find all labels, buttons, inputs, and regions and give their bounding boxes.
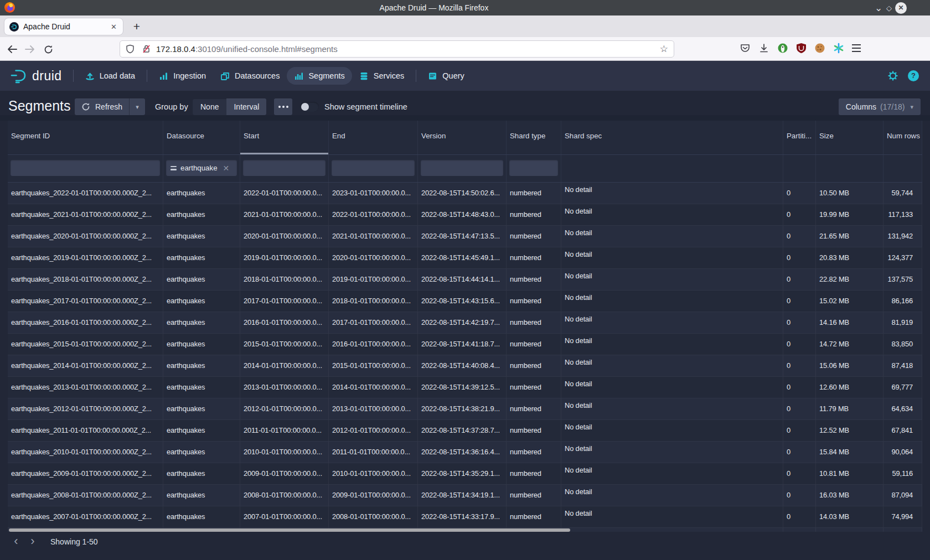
cell-shard_spec: No detail [561,528,783,532]
download-icon[interactable] [758,43,769,54]
new-tab-button[interactable]: + [129,19,144,34]
column-header-end[interactable]: End [329,121,418,154]
window-minimize-button[interactable]: ⌄ [875,0,882,15]
filter-cell-version [418,155,507,182]
filter-tag-remove-icon[interactable]: ✕ [223,164,230,173]
filter-input-datasource[interactable]: earthquake✕ [166,160,237,176]
column-header-shard_spec[interactable]: Shard spec [561,121,783,154]
nav-item-datasources[interactable]: Datasources [213,67,287,85]
cell-datasource: earthquakes [163,463,240,484]
lock-insecure-icon[interactable] [142,44,151,54]
back-button[interactable] [5,42,19,56]
cell-version: 2022-08-15T14:42:19.7... [418,312,507,333]
cell-start: 2007-01-01T00:00:00.0... [240,506,329,527]
cell-partitions: 0 [783,247,816,268]
column-header-label: Version [421,132,446,140]
cell-partitions: 0 [783,269,816,290]
column-header-segment_id[interactable]: Segment ID [8,121,163,154]
cell-num_rows: 81,919 [884,312,922,333]
cell-datasource: earthquakes [163,355,240,376]
cell-end: 2022-01-01T00:00:00.0... [329,204,418,225]
filter-input-segment_id[interactable] [11,160,160,176]
columns-button[interactable]: Columns (17/18) ▾ [839,98,921,115]
table-row: earthquakes_2018-01-01T00:00:00.000Z_2..… [8,269,922,291]
toggle-knob [301,103,309,111]
group-interval-button[interactable]: Interval [226,98,266,115]
shield-icon[interactable] [126,44,135,54]
bookmark-star-icon[interactable]: ☆ [660,43,668,55]
refresh-icon [81,102,90,111]
refresh-dropdown-button[interactable]: ▾ [129,98,145,115]
multi-account-icon[interactable] [833,43,844,54]
prev-page-button[interactable]: ‹ [9,533,23,550]
sort-indicator [240,153,328,154]
cell-size: 14.16 MB [816,312,884,333]
nav-item-load-data[interactable]: Load data [78,67,143,85]
nav-item-segments[interactable]: Segments [287,67,352,85]
cell-num_rows: 59,744 [884,183,922,204]
column-header-version[interactable]: Version [418,121,507,154]
cell-datasource: earthquakes [163,247,240,268]
cell-version: 2022-08-15T14:43:15.6... [418,291,507,312]
pocket-icon[interactable] [740,43,751,54]
filter-input-end[interactable] [332,160,415,176]
nav-item-ingestion[interactable]: Ingestion [152,67,213,85]
cell-shard_type: numbered [507,506,561,527]
privacy-badger-icon[interactable] [777,43,788,54]
next-page-button[interactable]: › [25,533,40,550]
cell-shard_type: numbered [507,463,561,484]
filter-cell-start [240,155,329,182]
caret-down-icon: ▾ [910,103,913,111]
cell-partitions: 0 [783,506,816,527]
filter-input-start[interactable] [243,160,326,176]
tab-close-icon[interactable]: ✕ [110,23,118,31]
column-header-datasource[interactable]: Datasource [163,121,240,154]
cell-size: 22.82 MB [816,269,884,290]
column-header-size[interactable]: Size [816,121,884,154]
ublock-icon[interactable] [796,43,807,54]
filter-input-version[interactable] [421,160,503,176]
horizontal-scrollbar[interactable] [9,528,570,532]
cell-num_rows: 69,777 [884,377,922,398]
column-header-num_rows[interactable]: Num rows [884,121,922,154]
cookie-icon[interactable] [814,43,825,54]
menu-hamburger-icon[interactable] [852,44,861,52]
druid-brand[interactable]: druid [10,69,62,84]
nav-item-services[interactable]: Services [352,67,412,85]
cell-datasource: earthquakes [163,442,240,463]
reload-button[interactable] [41,42,55,56]
settings-gear-icon[interactable] [887,70,898,81]
table-row: earthquakes_2009-01-01T00:00:00.000Z_2..… [8,463,922,485]
cell-size: 14.03 MB [816,506,884,527]
cell-shard_spec: No detail [561,204,783,225]
column-header-partitions[interactable]: Partiti... [783,121,816,154]
more-options-button[interactable] [274,98,292,115]
forward-button[interactable] [23,42,37,56]
cell-partitions [783,528,816,532]
cell-start: 2010-01-01T00:00:00.0... [240,442,329,463]
window-close-button[interactable]: ✕ [895,0,907,15]
cell-partitions: 0 [783,226,816,247]
url-bar[interactable]: 172.18.0.4:30109/unified-console.html#se… [120,40,674,58]
cell-partitions: 0 [783,485,816,506]
cell-shard_type: numbered [507,291,561,312]
nav-item-query[interactable]: Query [421,67,472,85]
cell-segment_id: earthquakes_2020-01-01T00:00:00.000Z_2..… [8,226,163,247]
window-maximize-button[interactable]: ◇ [886,0,892,15]
refresh-button[interactable]: Refresh [75,98,129,115]
column-header-start[interactable]: Start [240,121,329,154]
group-none-button[interactable]: None [193,98,226,115]
columns-count: (17/18) [880,102,905,111]
table-row: earthquakes_2007-01-01T00:00:00.000Z_2..… [8,506,922,528]
cell-segment_id: earthquakes_2014-01-01T00:00:00.000Z_2..… [8,355,163,376]
column-header-label: Shard type [510,132,545,140]
column-header-shard_type[interactable]: Shard type [507,121,561,154]
cell-shard_type: numbered [507,183,561,204]
filter-input-shard_type[interactable] [509,160,558,176]
cell-segment_id: earthquakes_2009-01-01T00:00:00.000Z_2..… [8,463,163,484]
cell-segment_id: earthquakes_2021-01-01T00:00:00.000Z_2..… [8,204,163,225]
cell-start: 2009-01-01T00:00:00.0... [240,463,329,484]
segment-timeline-toggle[interactable] [300,102,319,112]
help-icon[interactable]: ? [908,70,919,81]
browser-tab[interactable]: Apache Druid ✕ [4,18,123,35]
